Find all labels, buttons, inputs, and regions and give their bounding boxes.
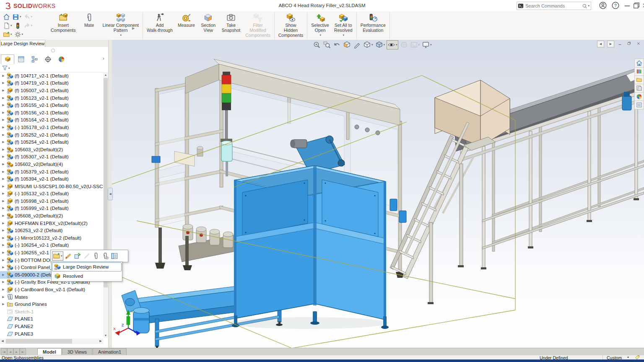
scroll-thumb[interactable] [6,339,72,344]
previous-window-button[interactable]: ◀ [597,41,604,47]
expand-arrow-icon[interactable]: ▶ [0,185,6,188]
performance-light-button[interactable] [14,22,22,30]
expand-arrow-icon[interactable]: ▶ [0,140,6,144]
tree-item[interactable]: ▶105608_v2(Default)(2) [0,212,103,220]
section-view-button[interactable] [343,41,351,49]
tree-item[interactable]: ▶(f) 105007_v2-1 (Default) [0,87,103,94]
help-icon[interactable]: ? [611,1,620,10]
context-component-properties-button[interactable] [110,252,119,260]
expand-arrow-icon[interactable]: ▶ [0,280,6,284]
tree-item[interactable]: PLANE1 [0,315,103,323]
expand-arrow-icon[interactable]: ▶ [0,74,6,78]
expand-arrow-icon[interactable]: ▶ [0,163,6,166]
open-dropdown-caret[interactable]: ▾ [10,33,12,36]
tree-item[interactable]: ▶(f) 105307_v2-1 (Default) [0,153,103,161]
minimize-icon[interactable] [623,1,631,10]
taskpane-custom-properties-tab[interactable] [634,101,644,109]
panel-tab-displaymanager[interactable] [55,54,68,64]
linear-component-pattern-button[interactable]: Linear ComponentPattern▾ [100,12,141,38]
expand-arrow-icon[interactable]: ▶ [0,236,6,240]
taskpane-view-palette-tab[interactable] [634,84,644,93]
expand-arrow-icon[interactable]: ▶ [0,243,6,247]
expand-arrow-icon[interactable]: ▶ [0,266,6,269]
tree-item[interactable]: ▶MISUMI U-SSCSP1.00-B0.50_v2(U-SSCSP(304… [0,183,103,190]
expand-arrow-icon[interactable]: ▶ [0,303,6,306]
tree-item[interactable]: ▶(f) 104717_v2-1 (Default) [0,72,103,80]
filter-icon[interactable] [2,65,8,71]
close-icon[interactable] [641,1,644,10]
add-walk-through-button[interactable]: AddWalk-through [144,12,175,33]
new-document-button[interactable]: ▾ [3,22,13,30]
filter-dropdown-caret[interactable]: ▾ [8,67,10,70]
scroll-right-icon[interactable]: ▶ [98,339,103,344]
taskpane-appearances-scenes-decals-tab[interactable] [634,93,644,101]
tree-item[interactable]: ▶106253_v2-2 (Default) [0,227,103,234]
expand-arrow-icon[interactable]: ▶ [0,177,6,181]
expand-arrow-icon[interactable]: ▶ [0,89,6,92]
taskpane-file-explorer-tab[interactable] [634,76,644,84]
context-replace-components-button[interactable] [73,252,82,260]
measure-button[interactable]: Measure [175,12,197,28]
scroll-up-icon[interactable]: ▲ [103,72,108,77]
show-hidden-components-button[interactable]: ShowHiddenComponents [276,12,306,38]
section-view-button[interactable]: SectionView [197,12,219,33]
tree-item[interactable]: Sketch-1 [0,308,103,315]
expand-arrow-icon[interactable]: ▶ [0,118,6,122]
expand-arrow-icon[interactable]: ▶ [0,207,6,210]
panel-tab-featuremanager-design-tree[interactable] [1,54,14,64]
zoom-to-fit-button[interactable] [312,41,321,49]
panel-tabs-expand-icon[interactable]: › [103,56,104,61]
tab-large-design-review[interactable]: Large Design Review [0,40,45,47]
tree-vertical-scrollbar[interactable]: ▲ ▼ [103,72,108,338]
next-window-button[interactable]: ▶ [607,41,614,47]
search-dropdown-caret[interactable]: ▾ [588,4,589,8]
selective-open-button[interactable]: SelectiveOpen▾ [309,12,332,38]
expand-arrow-icon[interactable]: ▶ [0,133,6,137]
undo-button[interactable]: ▾ [23,13,33,21]
account-icon[interactable] [599,1,607,10]
tree-item[interactable]: ▶(-) Mirror105123_v2-2 (Default) [0,234,103,242]
graphics-viewport[interactable]: Y X Z [112,40,644,348]
view-orientation-button[interactable]: ▾ [363,41,374,49]
view-orientation-dropdown-caret[interactable]: ▾ [371,43,373,47]
tree-item[interactable]: PLANE2 [0,323,103,330]
expand-arrow-icon[interactable]: ▶ [0,199,6,203]
set-all-to-resolved-dropdown-caret[interactable]: ▾ [343,33,345,38]
tree-item[interactable]: ▶(-) 106254_v2-1 (Default) [0,242,103,249]
search-icon[interactable] [582,3,587,9]
tree-item[interactable]: ▶(f) 105999_v2-1 (Default) [0,205,103,212]
tree-item[interactable]: ▶(f) 105164_v2-1 (Default) [0,116,103,124]
hide-show-items-dropdown-caret[interactable]: ▾ [396,43,397,47]
taskpane-design-library-tab[interactable] [634,67,644,76]
context-open-button[interactable]: ▾ [52,251,63,261]
dynamic-annotation-views-button[interactable] [353,41,361,49]
tree-item[interactable]: ▶(f) 105254_v2-1 (Default) [0,138,103,146]
display-style-button[interactable]: ▾ [375,41,386,49]
panel-collapse-handle[interactable] [51,49,55,52]
restore-icon[interactable] [632,1,641,10]
set-all-to-resolved-button[interactable]: Set All toResolved▾ [332,12,355,38]
tree-item[interactable]: ▶105602_v2(Default)(4) [0,160,103,168]
doc-tab-model[interactable]: Model [37,348,62,355]
zoom-to-area-button[interactable] [322,41,331,49]
performance-evaluation-button[interactable]: PerformanceEvaluation [358,12,388,33]
context-mate-button[interactable] [92,252,100,260]
tree-item[interactable]: ▶(f) 105379_v2-1 (Default) [0,168,103,176]
menu-item-resolved[interactable]: Resolved [52,272,122,281]
view-settings-dropdown-caret[interactable]: ▾ [430,43,432,47]
new-document-dropdown-caret[interactable]: ▾ [10,24,12,27]
tree-item[interactable]: PLANE3 [0,330,103,338]
expand-arrow-icon[interactable]: ▶ [0,111,6,114]
context-appearances-button[interactable] [64,252,73,260]
expand-arrow-icon[interactable]: ▶ [0,259,6,262]
panel-tab-propertymanager[interactable] [14,54,28,64]
tree-item[interactable]: ▶(-) 105132_v2-1 (Default) [0,190,103,198]
search-commands-input[interactable]: Search Commands ▾ [517,2,591,10]
redo-button[interactable]: ▾ [23,22,33,30]
save-dropdown-caret[interactable]: ▾ [20,15,21,18]
tree-item[interactable]: ▶(f) 105155_v2-1 (Default) [0,101,103,109]
view-settings-button[interactable]: ▾ [421,41,432,49]
context-view-mates-button[interactable] [101,252,109,260]
panel-tab-configurationmanager[interactable] [28,54,41,64]
tree-item[interactable]: ▶105603_v2(Default)(2) [0,146,103,153]
